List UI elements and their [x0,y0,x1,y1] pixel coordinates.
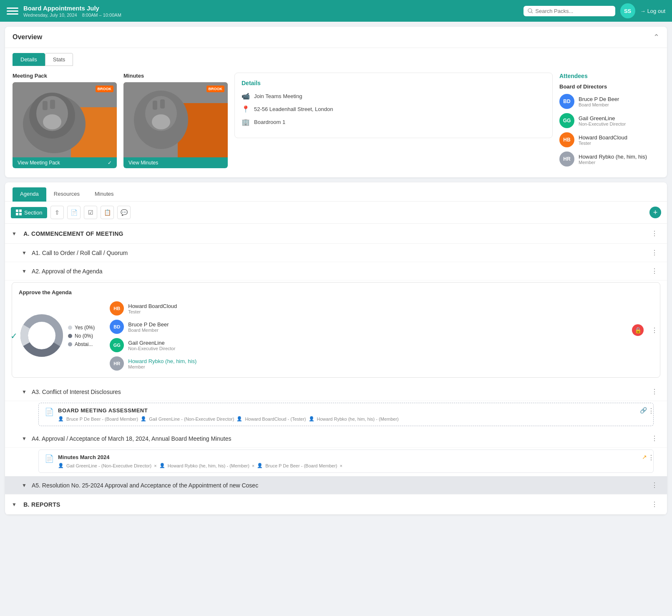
collapse-icon[interactable]: ⌃ [653,33,659,42]
details-title: Details [242,80,546,86]
agenda-item-a3[interactable]: ▼ A3. Conflict of Interest Disclosures ⋮ [5,383,667,401]
a5-title: A5. Resolution No. 25-2024 Approval and … [32,482,258,489]
group-b-kebab[interactable]: ⋮ [649,500,660,509]
join-teams-label: Join Teams Meeting [254,93,302,99]
minutes-card-wrap: 📄 Minutes March 2024 👤 Gail GreenLine - … [22,449,660,473]
pie-label-abstain: Abstai... [68,341,95,347]
header-title-block: Board Appointments July Wednesday, July … [23,5,518,18]
section-button[interactable]: Section [11,207,47,218]
person-icon-m2: 👤 [159,463,165,468]
voter-role-1: Tester [128,309,177,314]
a2-kebab[interactable]: ⋮ [649,266,660,276]
add-item-button[interactable]: + [649,207,661,218]
group-a-header[interactable]: ▼ A. COMMENCEMENT OF MEETING ⋮ [5,224,667,244]
donut-chart [19,313,65,358]
svg-rect-18 [19,210,22,212]
voter-avatar-4: HR [110,356,124,371]
attendee-avatar-3: HB [559,132,574,147]
overview-content: Meeting Pack [5,66,667,177]
approve-agenda-card: Approve the Agenda ✓ [12,282,660,378]
voter-avatar-1: HB [110,301,124,316]
app-header: Board Appointments July Wednesday, July … [0,0,672,22]
check-icon-btn[interactable]: ☑ [84,206,97,219]
svg-rect-7 [43,101,48,110]
attendee-4: HR Howard Rybko (he, him, his) Member [559,151,659,167]
group-b-header[interactable]: ▼ B. REPORTS ⋮ [5,495,667,515]
dot-abstain [68,342,72,346]
agenda-item-a4[interactable]: ▼ A4. Approval / Acceptance of March 18,… [5,429,667,448]
person-icon: 👤 [58,416,64,422]
svg-rect-8 [50,100,55,109]
room-label: Boardroom 1 [254,119,285,125]
a3-title: A3. Conflict of Interest Disclosures [32,389,121,395]
assessment-title: BOARD MEETING ASSESSMENT [58,407,399,414]
building-icon: 🏢 [242,118,250,126]
voter-role-2: Board Member [128,328,169,333]
group-a-title: A. COMMENCEMENT OF MEETING [23,230,123,237]
svg-rect-19 [16,213,18,215]
pie-labels: Yes (0%) No (0%) Abstai... [68,325,95,347]
tab-stats[interactable]: Stats [45,53,73,66]
attendee-name-4: Howard Rybko (he, him, his) [579,154,647,160]
agenda-item-a1[interactable]: ▼ A1. Call to Order / Roll Call / Quorum… [5,244,667,262]
page-title: Board Appointments July [23,5,518,12]
tab-details[interactable]: Details [13,53,45,66]
pie-label-yes: Yes (0%) [68,325,95,331]
a4-title: A4. Approval / Acceptance of March 18, 2… [32,435,232,442]
lock-icon[interactable]: 🔒 [632,324,644,336]
svg-rect-15 [160,99,165,109]
attendees-card: Attendees Board of Directors BD Bruce P … [559,73,659,171]
document-icon-btn[interactable]: 📄 [67,206,81,219]
agenda-toolbar: Section ⇧ 📄 ☑ 📋 💬 + [5,202,667,224]
a1-chevron: ▼ [22,250,27,256]
person-icon-4: 👤 [309,416,315,422]
a3-kebab[interactable]: ⋮ [649,387,660,396]
voter-name-4: Howard Rybko (he, him, his) [128,358,196,364]
agenda-item-a5[interactable]: ▼ A5. Resolution No. 25-2024 Approval an… [5,476,667,495]
minutes-file-icon: 📄 [45,454,54,463]
voter-role-4: Member [128,364,196,369]
agenda-item-a2[interactable]: ▼ A2. Approval of the Agenda ⋮ [5,262,667,280]
join-teams-row[interactable]: 📹 Join Teams Meeting [242,92,546,100]
assessment-wrap: 📄 BOARD MEETING ASSESSMENT 👤 Bruce P De … [22,403,660,426]
voter-avatar-3: GG [110,338,124,352]
attendee-role-1: Board Member [579,102,619,107]
a4-kebab[interactable]: ⋮ [649,434,660,443]
approve-card-kebab[interactable]: ⋮ [649,325,660,335]
group-a-kebab[interactable]: ⋮ [649,229,660,238]
view-meeting-pack-btn[interactable]: View Meeting Pack ✓ [13,157,117,168]
group-a-chevron: ▼ [12,231,17,237]
minutes-card-kebab[interactable]: ⋮ [645,453,657,462]
search-box[interactable] [524,6,615,16]
upload-icon-btn[interactable]: ⇧ [50,206,64,219]
assessment-kebab[interactable]: ⋮ [645,406,657,416]
tab-agenda[interactable]: Agenda [13,187,46,202]
assessment-attendees: 👤 Bruce P De Beer - (Board Member) 👤 Gai… [58,416,399,422]
comment-icon-btn[interactable]: 💬 [117,206,131,219]
search-input[interactable] [535,8,611,14]
room-row: 🏢 Boardroom 1 [242,118,546,126]
attendees-group-title: Board of Directors [559,83,659,90]
meeting-pack-thumb: BROOK [13,82,117,157]
tab-resources[interactable]: Resources [46,187,87,202]
attendee-avatar-4: HR [559,151,574,167]
view-minutes-btn[interactable]: View Minutes [123,157,228,168]
media-logo: BROOK [96,86,114,92]
tab-minutes[interactable]: Minutes [87,187,121,202]
donut-section: ✓ [19,313,95,360]
check-overlay-icon: ✓ [10,331,18,341]
menu-icon[interactable] [7,5,18,17]
a4-chevron: ▼ [22,436,27,442]
logout-button[interactable]: → Log out [640,8,665,14]
video-icon: 📹 [242,92,250,100]
a1-kebab[interactable]: ⋮ [649,248,660,258]
file-icon-btn[interactable]: 📋 [101,206,114,219]
voter-role-3: Non-Executive Director [128,346,175,351]
header-time: 8:00AM – 10:00AM [82,13,121,18]
minutes-logo: BROOK [206,86,225,92]
voter-3: GG Gail GreenLine Non-Executive Director [110,338,196,352]
a5-kebab[interactable]: ⋮ [649,480,660,490]
agenda-section: Agenda Resources Minutes Section ⇧ 📄 ☑ 📋… [5,182,667,515]
person-icon-m3: 👤 [257,463,263,468]
attendee-1: BD Bruce P De Beer Board Member [559,94,659,109]
